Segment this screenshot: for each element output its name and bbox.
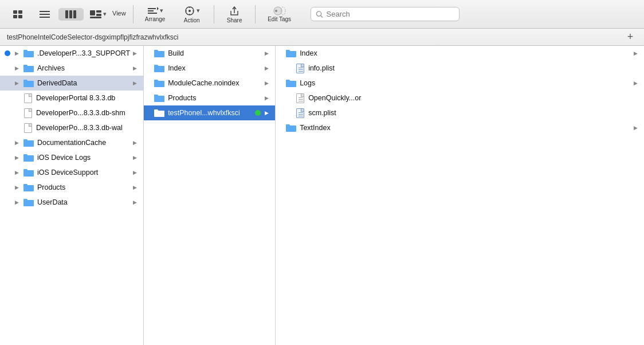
item-label: DeveloperPo...8.3.3.db-wal <box>36 124 140 132</box>
chevron-right: ▶ <box>133 170 140 175</box>
view-grid-btn[interactable] <box>6 8 31 21</box>
svg-rect-7 <box>65 10 68 18</box>
view-label: View <box>112 10 126 17</box>
chevron-right: ▶ <box>133 140 140 146</box>
list-item[interactable]: DeveloperPo...8.3.3.db-shm <box>0 105 143 120</box>
svg-line-29 <box>320 15 322 17</box>
column-3: Index ▶ info.plist Logs <box>276 46 644 345</box>
folder-icon <box>23 153 34 162</box>
list-item[interactable]: ModuleCache.noindex ▶ <box>144 76 275 91</box>
edit-tags-btn[interactable]: Edit Tags <box>260 5 299 24</box>
view-list-btn[interactable] <box>32 8 57 21</box>
list-item[interactable]: ▶ .DeveloperP...3.3_SUPPORT ▶ <box>0 46 143 61</box>
chevron-right: ▶ <box>634 80 641 86</box>
share-label: Share <box>227 17 242 23</box>
list-item[interactable]: OpenQuickly...or <box>276 91 644 105</box>
list-item[interactable]: ▶ DerivedData ▶ <box>0 76 143 91</box>
list-item[interactable]: Index ▶ <box>144 61 275 76</box>
share-btn[interactable]: Share <box>219 3 250 25</box>
file-icon <box>295 92 305 104</box>
finder-content: ▶ .DeveloperP...3.3_SUPPORT ▶ ▶ Archives… <box>0 46 644 345</box>
svg-rect-12 <box>96 14 101 16</box>
edit-tags-label: Edit Tags <box>268 16 291 22</box>
list-item[interactable]: info.plist <box>276 61 644 76</box>
svg-rect-10 <box>90 10 95 15</box>
list-item[interactable]: ▶ Archives ▶ <box>0 61 143 76</box>
list-item[interactable]: ▶ Products ▶ <box>0 180 143 195</box>
folder-icon <box>154 93 165 103</box>
item-label: iOS DeviceSupport <box>37 168 130 177</box>
svg-rect-9 <box>73 10 76 18</box>
expand-arrow: ▶ <box>13 169 20 176</box>
expand-arrow: ▶ <box>13 50 20 57</box>
view-columns-btn[interactable] <box>58 8 84 21</box>
folder-icon <box>23 198 34 207</box>
action-btn[interactable]: ▾ Action <box>175 3 209 25</box>
list-item[interactable]: ▶ iOS DeviceSupport ▶ <box>0 165 143 180</box>
folder-icon <box>154 108 165 117</box>
search-bar[interactable] <box>311 7 460 21</box>
item-label: Index <box>168 64 262 72</box>
folder-icon <box>154 64 165 73</box>
item-label: DocumentationCache <box>37 139 130 147</box>
item-label: Products <box>37 183 130 191</box>
arrange-label: Arrange <box>145 16 166 22</box>
sep2 <box>214 5 214 23</box>
file-icon <box>23 122 33 134</box>
list-item[interactable]: ▶ iOS Device Logs ▶ <box>0 150 143 165</box>
item-label: DeveloperPortal 8.3.3.db <box>36 94 140 102</box>
folder-icon <box>23 79 34 88</box>
list-item[interactable]: TextIndex ▶ <box>276 120 644 135</box>
item-label: Archives <box>37 64 130 72</box>
list-item[interactable]: Products ▶ <box>144 91 275 105</box>
list-item[interactable]: DeveloperPortal 8.3.3.db <box>0 91 143 105</box>
chevron-right: ▶ <box>133 65 140 71</box>
active-indicator <box>5 50 10 56</box>
list-item[interactable]: Logs ▶ <box>276 76 644 91</box>
svg-rect-16 <box>148 13 157 14</box>
expand-arrow: ▶ <box>13 139 20 146</box>
expand-arrow: ▶ <box>13 65 20 72</box>
item-label: TextIndex <box>300 124 631 132</box>
view-gallery-btn[interactable]: ▾ <box>85 8 111 21</box>
list-item[interactable]: Index ▶ <box>276 46 644 61</box>
folder-icon <box>154 49 165 58</box>
list-item[interactable]: scm.plist <box>276 105 644 120</box>
item-label: Logs <box>300 79 631 87</box>
item-label: testPhonel...whvlxfksci <box>168 109 252 117</box>
item-label: iOS Device Logs <box>37 154 130 162</box>
list-item[interactable]: Build ▶ <box>144 46 275 61</box>
svg-rect-14 <box>148 8 156 9</box>
svg-marker-17 <box>157 7 159 10</box>
folder-icon <box>23 64 34 73</box>
item-label: scm.plist <box>308 109 641 117</box>
arrange-btn[interactable]: ▾ Arrange <box>138 5 172 24</box>
chevron-right: ▶ <box>265 50 272 56</box>
svg-point-19 <box>189 10 191 12</box>
chevron-right: ▶ <box>133 199 140 205</box>
folder-icon <box>23 183 34 192</box>
chevron-right: ▶ <box>634 125 641 131</box>
svg-rect-6 <box>40 17 50 18</box>
sep1 <box>133 5 133 23</box>
expand-arrow: ▶ <box>13 154 20 161</box>
item-label: OpenQuickly...or <box>308 94 641 102</box>
search-input[interactable] <box>327 10 454 18</box>
list-item[interactable]: DeveloperPo...8.3.3.db-wal <box>0 120 143 135</box>
svg-rect-15 <box>148 10 154 11</box>
list-item[interactable]: ▶ DocumentationCache ▶ <box>0 135 143 150</box>
svg-rect-4 <box>40 11 50 12</box>
svg-point-26 <box>275 10 277 12</box>
item-label: DerivedData <box>37 79 130 87</box>
path-add-button[interactable]: + <box>623 30 637 44</box>
action-label: Action <box>184 17 200 23</box>
folder-icon <box>285 79 297 88</box>
list-item[interactable]: ▶ UserData ▶ <box>0 195 143 210</box>
item-label: info.plist <box>308 64 641 72</box>
svg-point-28 <box>316 11 321 15</box>
item-label: .DeveloperP...3.3_SUPPORT <box>37 49 130 57</box>
svg-rect-8 <box>69 10 72 18</box>
path-bar: testPhoneIntelCodeSelector-dsgximpflpjfi… <box>0 29 644 46</box>
list-item[interactable]: testPhonel...whvlxfksci ▶ <box>144 105 275 120</box>
svg-rect-1 <box>18 10 22 14</box>
